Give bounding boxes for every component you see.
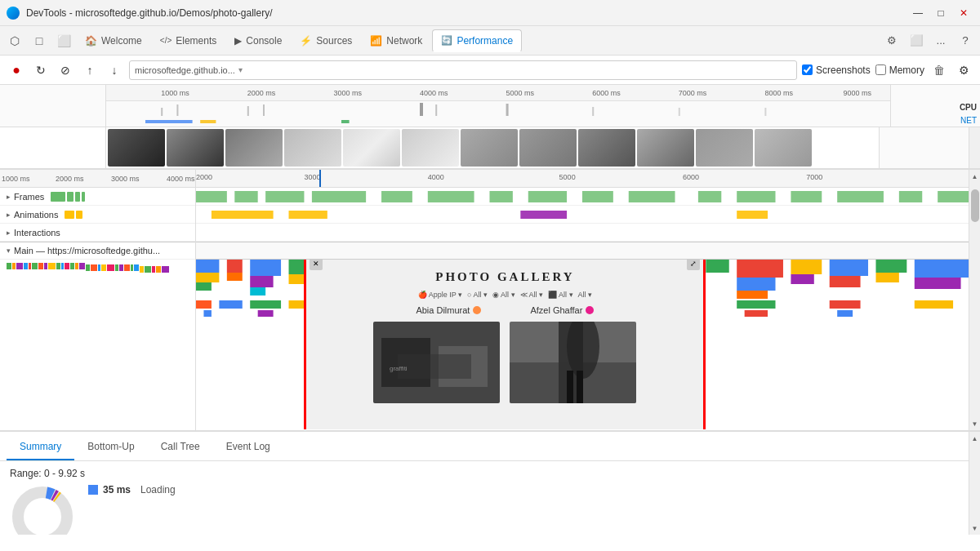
ruler-4000: 4000 ms	[420, 89, 448, 97]
task-23	[124, 264, 130, 271]
trash-button[interactable]: 🗑	[929, 60, 949, 80]
screenshots-checkbox-group: Screenshots	[802, 64, 871, 76]
scrollbar-thumb[interactable]	[971, 189, 979, 222]
svg-rect-62	[737, 291, 768, 299]
memory-label[interactable]: Memory	[889, 64, 924, 76]
svg-rect-87	[745, 310, 768, 317]
memory-checkbox[interactable]	[875, 64, 886, 75]
new-tab-button[interactable]: □	[28, 29, 51, 52]
right-ruler-6000: 6000	[683, 173, 699, 181]
bottom-up-tab-label: Bottom-Up	[87, 441, 134, 452]
svg-rect-33	[196, 260, 219, 273]
right-main-header	[196, 242, 969, 260]
bottom-tabbar: Summary Bottom-Up Call Tree Event Log	[0, 432, 969, 461]
upload-button[interactable]: ↑	[80, 60, 100, 80]
bottom-scroll-down[interactable]: ▼	[970, 523, 980, 533]
timeline-tracks[interactable]: 2000 3000 4000 5000 6000 7000	[196, 170, 969, 430]
screenshot-thumb-11[interactable]	[696, 129, 753, 167]
range-text: Range: 0 - 9.92 s	[10, 468, 959, 479]
photo-1: graffiti	[373, 322, 500, 403]
tab-performance[interactable]: 🔄 Performance	[432, 29, 522, 52]
refresh-button[interactable]: ↻	[31, 60, 51, 80]
scroll-up-btn[interactable]: ▲	[970, 171, 980, 181]
screenshots-checkbox[interactable]	[802, 64, 813, 75]
screenshot-thumb-7[interactable]	[461, 129, 518, 167]
summary-details: 35 ms Loading	[10, 484, 959, 535]
inspect-toggle[interactable]: ⬜	[52, 29, 75, 52]
screenshots-label[interactable]: Screenshots	[816, 64, 871, 76]
tab-welcome[interactable]: 🏠 Welcome	[77, 29, 150, 52]
gear-button[interactable]: ⚙	[880, 29, 903, 52]
more-button[interactable]: ...	[929, 29, 952, 52]
download-button[interactable]: ↓	[105, 60, 124, 80]
bottom-scrollbar: ▲ ▼	[969, 432, 980, 535]
clear-button[interactable]: ⊘	[56, 60, 75, 80]
elements-icon: </>	[160, 36, 172, 45]
screenshot-thumb-4[interactable]	[284, 129, 341, 167]
ruler-7000: 7000 ms	[679, 89, 707, 97]
svg-rect-8	[679, 108, 680, 116]
task-29	[156, 266, 161, 273]
cpu-minibar	[106, 101, 890, 118]
screenshot-thumb-1[interactable]	[108, 129, 165, 167]
screenshot-thumb-9[interactable]	[578, 129, 635, 167]
popup-resize[interactable]: ⤢	[687, 260, 700, 270]
screenshot-thumb-2[interactable]	[167, 129, 224, 167]
bottom-scroll-up[interactable]: ▲	[970, 433, 980, 443]
tab-elements[interactable]: </> Elements	[152, 29, 225, 52]
task-17	[91, 264, 97, 271]
svg-rect-30	[289, 211, 327, 219]
sidebar-toggle[interactable]: ⬡	[3, 29, 26, 52]
tab-console[interactable]: ▶ Console	[226, 29, 290, 52]
main-expand-icon[interactable]: ▾	[7, 247, 11, 255]
svg-rect-66	[830, 276, 861, 287]
svg-rect-25	[791, 191, 822, 202]
close-button[interactable]: ✕	[954, 3, 973, 23]
console-icon: ▶	[234, 35, 242, 47]
frames-expand-icon[interactable]: ▸	[7, 193, 11, 201]
screenshot-thumb-8[interactable]	[519, 129, 577, 167]
animations-expand-icon[interactable]: ▸	[7, 211, 11, 219]
svg-rect-29	[212, 211, 274, 219]
ruler2-3000: 3000 ms	[111, 175, 140, 183]
right-ruler-4000: 4000	[428, 173, 444, 181]
screenshot-thumb-5[interactable]	[343, 129, 400, 167]
maximize-button[interactable]: □	[931, 3, 951, 23]
svg-rect-64	[791, 274, 813, 284]
tab-call-tree[interactable]: Call Tree	[148, 434, 213, 460]
screenshots-left	[0, 127, 106, 168]
tab-summary[interactable]: Summary	[7, 434, 74, 460]
minimize-button[interactable]: —	[908, 3, 928, 23]
right-ruler-2000: 2000	[196, 173, 212, 181]
interactions-expand-icon[interactable]: ▸	[7, 229, 11, 237]
scroll-down-btn[interactable]: ▼	[970, 419, 980, 429]
tab-bottom-up[interactable]: Bottom-Up	[74, 434, 147, 460]
screenshot-thumb-3[interactable]	[225, 129, 283, 167]
svg-rect-88	[837, 310, 853, 317]
task-5	[29, 263, 31, 269]
author-1: Abia Dilmurat	[416, 305, 481, 315]
screenshot-thumb-12[interactable]	[755, 129, 812, 167]
popup-close[interactable]: ✕	[310, 260, 323, 270]
record-button[interactable]: ●	[7, 60, 26, 80]
dock-button[interactable]: ⬜	[905, 29, 928, 52]
ruler-2000: 2000 ms	[247, 89, 276, 97]
right-interactions-track	[196, 224, 969, 242]
tab-welcome-label: Welcome	[101, 35, 142, 47]
screenshot-thumb-6[interactable]	[402, 129, 459, 167]
svg-rect-22	[629, 191, 675, 202]
svg-rect-73	[250, 300, 281, 309]
svg-rect-93	[398, 354, 471, 379]
help-button[interactable]: ?	[954, 29, 977, 52]
tab-sources[interactable]: ⚡ Sources	[292, 29, 360, 52]
scrollbar-track	[971, 181, 979, 419]
settings-button[interactable]: ⚙	[954, 60, 973, 80]
screenshot-thumb-10[interactable]	[637, 129, 694, 167]
svg-rect-32	[737, 211, 768, 219]
task-7	[38, 263, 43, 269]
timeline-scrollbar: ▲ ▼	[969, 170, 980, 430]
titlebar-controls: — □ ✕	[908, 3, 973, 23]
authors-row: Abia Dilmurat Afzel Ghaffar	[416, 305, 594, 315]
tab-event-log[interactable]: Event Log	[213, 434, 283, 460]
tab-network[interactable]: 📶 Network	[362, 29, 430, 52]
